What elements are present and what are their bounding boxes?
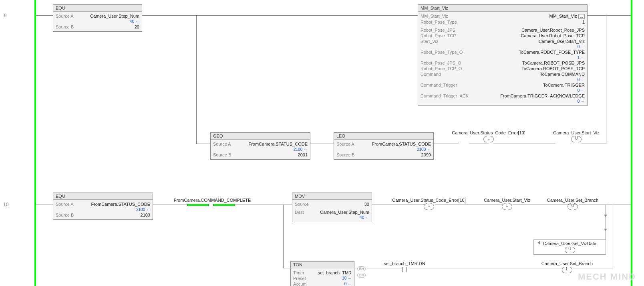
coil-status-code-error-unlatch[interactable]: Camera_User.Status_Code_Error[10] U [387, 198, 471, 210]
coil-latch-icon: L [562, 267, 572, 272]
wire [36, 205, 53, 205]
value: 30 [364, 202, 369, 207]
equ-block-2[interactable]: EQU Source AFromCamera.STATUS_CODE 2100 … [53, 193, 153, 220]
value: ToCamera.ROBOT_POSE_JPS [522, 61, 585, 65]
label: Preset [293, 276, 306, 281]
coil-latch-icon: L [483, 136, 494, 142]
wire [310, 144, 334, 144]
coil-unlatch-icon: U [502, 203, 512, 209]
value: FromCamera.TRIGGER_ACKNOWLEDGE [500, 93, 585, 98]
coil-label: Camera_User.Set_Branch [535, 261, 599, 266]
value: 20 [135, 24, 139, 29]
arrow-down-icon [604, 215, 607, 217]
wire [142, 15, 418, 16]
value: set_branch_TMR [318, 270, 352, 275]
wire [196, 144, 210, 144]
coil-unlatch-icon: U [565, 247, 575, 252]
wire [36, 15, 53, 16]
xic-tmr-dn[interactable]: set_branch_TMR.DN [380, 261, 429, 273]
block-header: EQU [53, 193, 153, 200]
live-value: 40 ← [128, 19, 139, 24]
rung-number-10: 10 [3, 202, 8, 207]
block-header: LEQ [334, 133, 433, 140]
label: Accum [293, 282, 307, 286]
coil-set-branch-unlatch[interactable]: Camera_User.Set_Branch U [541, 198, 605, 210]
live-value: 0 ← [576, 99, 585, 103]
rung-number-9: 9 [4, 13, 7, 18]
value: Camera_User.Step_Num [320, 210, 369, 215]
power-rail-left [34, 0, 36, 286]
arrow-left-icon [537, 241, 540, 244]
mov-block[interactable]: MOV Source30 DestCamera_User.Step_Num 40… [292, 193, 372, 222]
value: 1 [582, 20, 585, 24]
contact-label: FromCamera.COMMAND_COMPLETE [168, 198, 256, 203]
ton-block[interactable]: TON Timerset_branch_TMR Preset10 ← Accum… [290, 261, 354, 286]
power-flow-bar [213, 204, 235, 206]
contact-icon [401, 267, 408, 272]
label: Source B [213, 152, 231, 157]
label: Command [421, 72, 441, 77]
leq-block[interactable]: LEQ Source AFromCamera.STATUS_CODE 2100 … [334, 132, 434, 160]
value: FromCamera.STATUS_CODE [372, 142, 431, 146]
live-value: 2100 ← [415, 147, 431, 152]
wire [573, 268, 613, 268]
label: Source A [56, 14, 74, 18]
wire [606, 205, 606, 243]
value: FromCamera.STATUS_CODE [248, 142, 308, 146]
wire [153, 205, 187, 205]
label: Robot_Pose_JPS [421, 28, 455, 32]
live-value: 2100 ← [135, 207, 150, 212]
live-value: 0 ← [576, 77, 585, 82]
block-header: MOV [292, 193, 372, 200]
wire [283, 205, 284, 268]
wire [613, 205, 631, 205]
ellipsis-button[interactable]: ... [578, 14, 585, 19]
coil-label: Camera_User.Get_VizData [535, 241, 604, 246]
coil-label: Camera_User.Status_Code_Error[10] [449, 130, 529, 135]
value: MM_Start_Viz... [549, 14, 585, 19]
block-header: GEQ [211, 133, 310, 140]
label: Source A [336, 142, 354, 146]
label: Start_Viz [421, 39, 438, 44]
value: ToCamera.COMMAND [540, 72, 585, 77]
value: 2001 [298, 152, 308, 157]
live-value: 0 ← [343, 282, 352, 286]
equ-block-1[interactable]: EQU Source ACamera_User.Step_Num 40 ← So… [53, 4, 142, 32]
geq-block[interactable]: GEQ Source AFromCamera.STATUS_CODE 2100 … [210, 132, 310, 160]
live-value: 10 ← [340, 276, 352, 281]
block-header: TON [291, 262, 354, 268]
live-value: 0 ← [576, 88, 585, 93]
wire [606, 15, 606, 144]
label: Source A [56, 202, 74, 207]
block-header: EQU [53, 5, 142, 12]
value: 2099 [421, 152, 431, 157]
wire [283, 205, 292, 205]
coil-start-viz-unlatch[interactable]: Camera_User.Start_Viz U [542, 130, 610, 142]
wire [283, 268, 290, 268]
value: Camera_User.Robot_Pose_TCP [521, 33, 585, 38]
arrow-down-icon [604, 229, 607, 231]
label: Robot_Pose_Type_O [421, 50, 463, 55]
coil-label: Camera_User.Status_Code_Error[10] [387, 198, 471, 203]
xic-command-complete[interactable]: FromCamera.COMMAND_COMPLETE [168, 198, 256, 203]
label: Robot_Pose_Type [421, 20, 457, 24]
live-value: 2100 ← [292, 147, 308, 152]
coil-get-vizdata-box[interactable]: Camera_User.Get_VizData U [533, 239, 606, 255]
value: 2103 [141, 213, 150, 217]
power-flow-bar [187, 204, 209, 206]
live-value: 0 ← [576, 45, 585, 49]
en-pin: EN [357, 266, 366, 271]
block-header: MM_Start_Viz [418, 5, 587, 12]
value: Camera_User.Step_Num [90, 14, 139, 18]
coil-status-code-error-latch[interactable]: Camera_User.Status_Code_Error[10] L [449, 130, 529, 142]
label: Source [295, 202, 309, 207]
mm-start-viz-block[interactable]: MM_Start_Viz MM_Start_VizMM_Start_Viz...… [418, 4, 588, 106]
coil-label: Camera_User.Start_Viz [479, 198, 535, 203]
coil-start-viz-unlatch-2[interactable]: Camera_User.Start_Viz U [479, 198, 535, 210]
label: Dest [295, 210, 304, 215]
coil-unlatch-icon: U [571, 136, 582, 142]
value: FromCamera.STATUS_CODE [91, 202, 150, 207]
label: Source A [213, 142, 231, 146]
wire [582, 144, 606, 144]
label: Timer [293, 270, 304, 275]
